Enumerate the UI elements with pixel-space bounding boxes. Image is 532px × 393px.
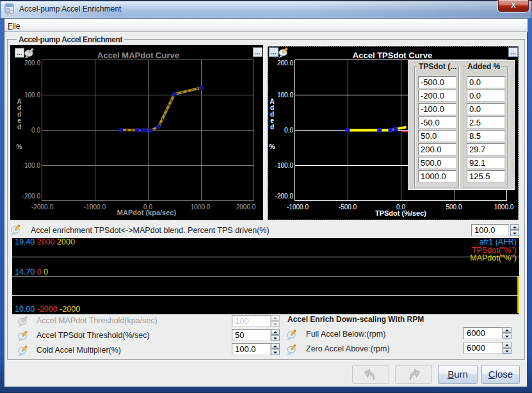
svg-text:MAPdot (kpa/sec): MAPdot (kpa/sec)	[117, 209, 177, 216]
svg-text:Accel MAPdot Curve: Accel MAPdot Curve	[97, 51, 179, 60]
svg-text:14.70 0 0: 14.70 0 0	[15, 268, 48, 277]
svg-text:100.0: 100.0	[24, 92, 40, 99]
svg-text:2000.0: 2000.0	[236, 204, 256, 211]
svg-text:TPSdot (%/sec): TPSdot (%/sec)	[375, 209, 426, 217]
svg-text:1000.0: 1000.0	[494, 204, 514, 211]
svg-text:Accel TPSdot Curve: Accel TPSdot Curve	[353, 51, 432, 60]
svg-text:-200.0: -200.0	[275, 193, 294, 200]
svg-text:-500.0: -500.0	[339, 204, 357, 211]
svg-text:500.0: 500.0	[446, 204, 462, 211]
svg-text:19.40 2000 2000: 19.40 2000 2000	[15, 238, 75, 246]
svg-text:...: ...	[510, 49, 516, 56]
svg-text:1000.0: 1000.0	[191, 204, 211, 211]
svg-text:0.0: 0.0	[31, 127, 40, 134]
svg-text:-200.0: -200.0	[22, 193, 41, 200]
svg-text:d: d	[270, 124, 274, 131]
svg-text:200.0: 200.0	[277, 60, 293, 67]
svg-text:-100.0: -100.0	[275, 162, 294, 169]
svg-text:10.00 -2000 -2000: 10.00 -2000 -2000	[15, 305, 80, 314]
svg-text:MAPdot("%"): MAPdot("%")	[470, 253, 517, 262]
svg-text:%: %	[17, 143, 22, 150]
svg-text:d: d	[17, 124, 21, 131]
svg-text:-100.0: -100.0	[22, 162, 41, 169]
svg-text:200.0: 200.0	[24, 60, 40, 67]
svg-text:...: ...	[255, 49, 261, 56]
svg-text:%: %	[270, 143, 275, 150]
svg-text:-1000.0: -1000.0	[84, 204, 106, 211]
svg-text:...: ...	[271, 49, 277, 56]
svg-text:...: ...	[17, 49, 22, 56]
svg-text:-1000.0: -1000.0	[287, 204, 309, 211]
svg-text:0.0: 0.0	[284, 127, 293, 134]
svg-text:100.0: 100.0	[277, 92, 293, 99]
svg-text:-2000.0: -2000.0	[31, 204, 53, 211]
